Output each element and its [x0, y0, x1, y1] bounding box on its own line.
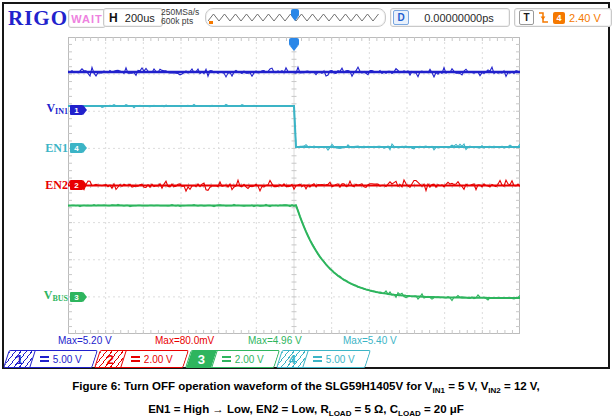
horizontal-timebase-chip[interactable]: H 200us — [103, 8, 163, 27]
channel-status-3[interactable]: 3 2.00 V — [185, 350, 280, 368]
channel-status-2[interactable]: 2 2.00 V — [94, 350, 189, 368]
caption-line-1: Figure 6: Turn OFF operation waveform of… — [0, 377, 612, 400]
trigger-info-chip[interactable]: T 4 2.40 V — [514, 8, 612, 27]
measurement-max-ch1: Max=5.20 V — [58, 335, 112, 346]
label-vin1: VIN1 1 — [16, 104, 83, 116]
channel-1-scale: 5.00 V — [53, 354, 82, 365]
timebase-label: H — [109, 11, 118, 25]
label-en1: EN1 4 — [16, 142, 83, 154]
timebase-value: 200us — [118, 12, 162, 24]
channel-4-marker[interactable]: 4 — [70, 143, 83, 153]
dc-coupling-icon — [40, 356, 49, 362]
channel-3-scale: 2.00 V — [235, 354, 264, 365]
memory-trigger-position-marker[interactable] — [291, 9, 299, 17]
delay-value: 0.00000000ps — [409, 12, 509, 24]
label-en2-text: EN2 — [45, 179, 68, 191]
measurement-max-ch2: Max=80.0mV — [155, 335, 214, 346]
label-en1-text: EN1 — [45, 142, 68, 154]
channel-status-4[interactable]: 4 5.00 V — [276, 350, 371, 368]
measurement-max-ch3: Max=4.96 V — [248, 335, 302, 346]
channel-status-1[interactable]: 1 5.00 V — [3, 350, 98, 368]
channel-3-marker[interactable]: 3 — [70, 292, 83, 302]
sample-rate-text: 250MSa/s 600k pts — [161, 8, 199, 26]
waveform-display — [68, 37, 520, 334]
delay-label: D — [393, 10, 409, 25]
channel-2-scale: 2.00 V — [144, 354, 173, 365]
label-vbus-text: VBUS — [44, 289, 68, 305]
measurement-max-ch4: Max=5.40 V — [343, 335, 397, 346]
memory-position-bar[interactable] — [205, 8, 386, 27]
trigger-source-badge: 4 — [553, 12, 565, 24]
channel-4-scale: 5.00 V — [326, 354, 355, 365]
caption-line-2: EN1 = High → Low, EN2 = Low, RLOAD = 5 Ω… — [0, 400, 612, 418]
label-en2: EN2 2 — [16, 179, 83, 191]
falling-edge-icon — [538, 11, 549, 24]
dc-coupling-icon — [222, 356, 231, 362]
trigger-position-marker[interactable] — [289, 38, 299, 46]
delay-chip[interactable]: D 0.00000000ps — [390, 8, 510, 27]
dc-coupling-icon — [313, 356, 322, 362]
acquisition-status-badge: WAIT — [68, 9, 106, 28]
trigger-level-value: 2.40 V — [569, 12, 601, 24]
memory-window-indicator — [209, 21, 213, 24]
figure-caption: Figure 6: Turn OFF operation waveform of… — [0, 377, 612, 418]
label-vbus: VBUS 3 — [16, 291, 83, 303]
screenshot-root: RIGOL WAIT H 200us 250MSa/s 600k pts D 0… — [0, 0, 612, 418]
trigger-label: T — [519, 10, 534, 25]
oscilloscope-screen: RIGOL WAIT H 200us 250MSa/s 600k pts D 0… — [2, 2, 610, 369]
channel-1-marker[interactable]: 1 — [70, 105, 83, 115]
channel-2-marker[interactable]: 2 — [70, 180, 83, 190]
dc-coupling-icon — [131, 356, 140, 362]
label-vin1-text: VIN1 — [46, 102, 68, 118]
